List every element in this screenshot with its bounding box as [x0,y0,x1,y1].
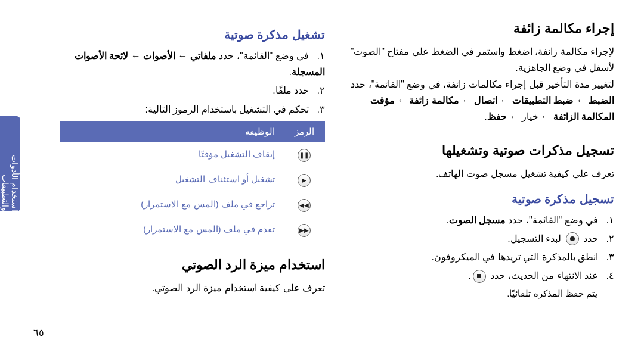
rewind-icon: ◀◀ [298,199,311,212]
record-icon [566,232,579,245]
cell-function: تقدم في ملف (المس مع الاستمرار) [60,217,283,242]
list-item: ١. في وضع "القائمة"، حدد ملفاتي ← الأصوا… [60,48,325,80]
text: في وضع "القائمة"، حدد [216,51,309,61]
step-number: ٣. [601,249,614,265]
play-steps: ١. في وضع "القائمة"، حدد ملفاتي ← الأصوا… [60,48,325,117]
step-number: ٤. [601,267,614,283]
step-number: ١. [601,212,614,228]
table-row: ◀◀ تراجع في ملف (المس مع الاستمرار) [60,192,325,217]
text-bold: حفظ [487,111,507,121]
text: انطق بالمذكرة التي تريدها في الميكروفون. [431,252,598,262]
cell-function: تراجع في ملف (المس مع الاستمرار) [60,192,283,217]
th-icon: الرمز [283,121,325,142]
record-note: يتم حفظ المذكرة تلقائيًا. [349,286,614,301]
table-row: ▶ تشغيل أو استئناف التشغيل [60,167,325,192]
text: حدد [581,233,598,244]
list-item: ٣. تحكم في التشغيل باستخدام الرموز التال… [60,101,325,117]
stop-icon [473,270,486,283]
heading-voicemail: استخدام ميزة الرد الصوتي [60,254,325,275]
text-bold: مسجل الصوت [449,215,506,225]
step-number: ٢. [601,230,614,247]
text: حدد ملفًا. [273,85,309,95]
pause-icon: ❚❚ [298,149,311,162]
step-number: ٢. [312,82,325,98]
voicemail-intro: تعرف على كيفية استخدام ميزة الرد الصوتي. [60,280,325,296]
forward-icon: ▶▶ [298,224,311,237]
heading-voice-memos: تسجيل مذكرات صوتية وتشغيلها [349,140,614,161]
fake-call-para2: لتغيير مدة التأخير قبل إجراء مكالمات زائ… [349,76,614,125]
sidebar-tab: استخدام الأدوات والتطبيقات [0,116,20,211]
playback-icons-table: الرمز الوظيفة ❚❚ إيقاف التشغيل مؤقتًا ▶ … [60,121,325,242]
cell-function: إيقاف التشغيل مؤقتًا [60,142,283,167]
list-item: ٢. حدد لبدء التسجيل. [349,230,614,247]
heading-record-memo: تسجيل مذكرة صوتية [349,189,614,208]
step-number: ١. [312,48,325,64]
page-number: ٦٥ [33,327,44,338]
fake-call-para1: لإجراء مكالمة زائفة، اضغط واستمر في الضغ… [349,43,614,76]
th-function: الوظيفة [60,121,283,142]
list-item: ١. في وضع "القائمة"، حدد مسجل الصوت. [349,212,614,228]
heading-play-memo: تشغيل مذكرة صوتية [60,25,325,44]
list-item: ٤. عند الانتهاء من الحديث، حدد . [349,267,614,283]
text: عند الانتهاء من الحديث، حدد [488,270,598,281]
right-column: إجراء مكالمة زائفة لإجراء مكالمة زائفة، … [349,18,614,337]
table-row: ▶▶ تقدم في ملف (المس مع الاستمرار) [60,217,325,242]
heading-fake-call: إجراء مكالمة زائفة [349,18,614,39]
text: لبدء التسجيل. [507,233,561,244]
voice-memos-intro: تعرف على كيفية تشغيل مسجل صوت الهاتف. [349,166,614,182]
table-row: ❚❚ إيقاف التشغيل مؤقتًا [60,142,325,167]
play-icon: ▶ [298,174,311,187]
list-item: ٢. حدد ملفًا. [60,82,325,98]
text: لتغيير مدة التأخير قبل إجراء مكالمات زائ… [351,79,614,89]
step-number: ٣. [312,101,325,117]
text: تحكم في التشغيل باستخدام الرموز التالية: [145,104,309,114]
left-column: تشغيل مذكرة صوتية ١. في وضع "القائمة"، ح… [60,18,325,337]
text: في وضع "القائمة"، حدد [506,215,598,225]
list-item: ٣. انطق بالمذكرة التي تريدها في الميكروف… [349,249,614,265]
text: خيار ← [507,111,538,121]
cell-function: تشغيل أو استئناف التشغيل [60,167,283,192]
record-steps: ١. في وضع "القائمة"، حدد مسجل الصوت. ٢. … [349,212,614,284]
